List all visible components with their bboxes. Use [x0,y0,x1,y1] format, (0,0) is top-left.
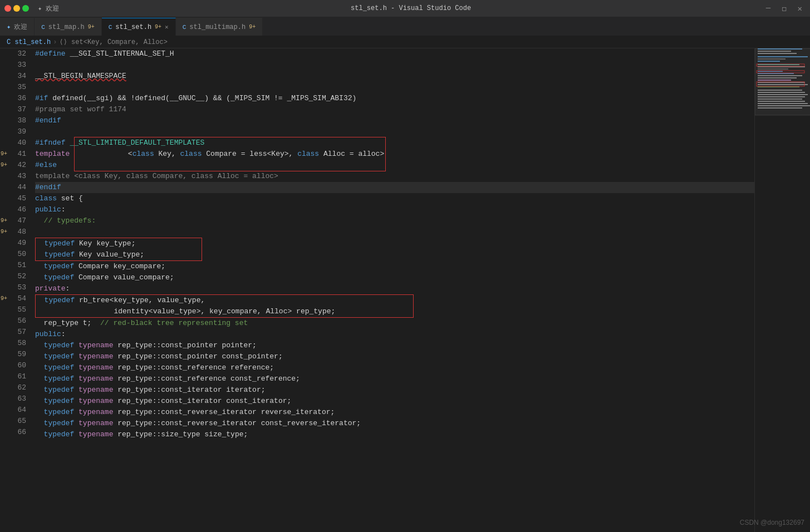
tab-stl-set-icon: C [109,24,112,31]
line-numbers: 32 33 34 35 36 37 38 39 40 9+41 9+42 43 … [0,48,31,532]
gutter-53: 53 [4,282,26,293]
gutter-56: 56 [4,316,26,327]
code-line-55: identity<value_type>, key_compare, Alloc… [36,306,413,317]
code-line-52: typedef Compare value_compare; [35,272,754,283]
gutter-66: 66 [4,427,26,438]
gutter-59: 59 [4,349,26,360]
tab-bar: ✦ 欢迎 C stl_map.h 9+ C stl_set.h 9+ ✕ C s… [0,17,810,36]
gutter-55: 55 [4,304,26,316]
breadcrumb-symbol[interactable]: ⟨⟩ set<Key, Compare, Alloc> [59,38,167,46]
editor[interactable]: 32 33 34 35 36 37 38 39 40 9+41 9+42 43 … [0,48,810,532]
code-line-43: template <class Key, class Compare, clas… [35,171,754,182]
code-line-49: typedef Key key_type; [36,238,202,249]
code-line-46: public : [35,204,754,215]
code-line-37: #pragma set woff 1174 [35,104,754,115]
window-title: stl_set.h - Visual Studio Code [63,4,758,12]
breadcrumb: C stl_set.h › ⟨⟩ set<Key, Compare, Alloc… [0,36,810,48]
gutter-45: 45 [4,193,26,204]
gutter-64: 64 [4,405,26,416]
tab-welcome[interactable]: ✦ 欢迎 [0,18,35,36]
gutter-40: 40 [4,137,26,149]
gutter-43: 43 [4,171,26,182]
gutter-38: 38 [4,115,26,126]
typedef-box: typedef Key key_type; typedef Key value_… [35,238,202,261]
close-btn[interactable]: ✕ [794,4,806,13]
gutter-34: 34 [4,71,26,82]
template-highlight-box: <class Key, class Compare = less<Key>, c… [74,137,386,171]
gutter-47: 9+47 [4,215,26,226]
close-window-button[interactable] [4,5,11,12]
breadcrumb-file[interactable]: C stl_set.h [7,38,51,46]
minimap-svg [755,48,810,532]
gutter-46: 46 [4,204,26,215]
gutter-50: 50 [4,249,26,260]
tab-stl-map-badge: 9+ [88,24,95,30]
gutter-52: 52 [4,271,26,282]
typedef-rb-tree-box: typedef rb_tree<key_type, value_type, id… [35,294,414,318]
tab-stl-multimap-icon: C [183,24,186,31]
tab-stl-map[interactable]: C stl_map.h 9+ [35,18,101,36]
tab-stl-multimap-label: stl_multimap.h [189,23,246,31]
code-line-45: class set { [35,193,754,204]
gutter-32: 32 [4,48,26,60]
gutter-62: 62 [4,382,26,393]
gutter-33: 33 [4,60,26,71]
minimap-content [755,48,810,532]
gutter-63: 63 [4,393,26,405]
code-line-54: typedef rb_tree<key_type, value_type, [36,295,413,306]
main-layout: 32 33 34 35 36 37 38 39 40 9+41 9+42 43 … [0,48,810,532]
code-line-58: typedef typename rep_type::const_pointer… [35,340,754,351]
tab-stl-set-close[interactable]: ✕ [165,23,169,31]
code-line-64: typedef typename rep_type::const_reverse… [35,407,754,418]
gutter-42: 9+42 [4,160,26,171]
tab-stl-set[interactable]: C stl_set.h 9+ ✕ [102,18,176,36]
gutter-44: 44 [4,182,26,193]
breadcrumb-sep1: › [53,38,57,46]
minimize-btn[interactable]: ─ [763,4,774,13]
code-line-34: __STL_BEGIN_NAMESPACE [35,71,754,82]
code-line-66: typedef typename rep_type::size_type siz… [35,429,754,440]
gutter-35: 35 [4,82,26,93]
gutter-41: 9+41 [4,149,26,160]
tab-stl-multimap-badge: 9+ [249,24,256,30]
title-bar-controls[interactable]: ─ ◻ ✕ [763,4,806,13]
code-line-48 [35,226,754,238]
gutter-36: 36 [4,93,26,104]
gutter-37: 37 [4,104,26,115]
maximize-window-button[interactable] [22,5,29,12]
code-area[interactable]: #define __SGI_STL_INTERNAL_SET_H __STL_B… [31,48,754,532]
code-line-47: // typedefs: [35,215,754,226]
gutter-65: 65 [4,416,26,427]
code-line-51: typedef Compare key_compare; [35,261,754,272]
tab-welcome-label: 欢迎 [14,22,27,32]
code-line-59: typedef typename rep_type::const_pointer… [35,351,754,362]
code-line-33 [35,60,754,71]
code-line-60: typedef typename rep_type::const_referen… [35,362,754,373]
code-line-65: typedef typename rep_type::const_reverse… [35,418,754,429]
code-line-41: template <class Key, class Compare = les… [35,149,754,160]
tab-stl-multimap[interactable]: C stl_multimap.h 9+ [176,18,263,36]
gutter-48: 9+48 [4,226,26,238]
tab-stl-set-label: stl_set.h [115,23,151,31]
code-line-61: typedef typename rep_type::const_referen… [35,373,754,385]
minimize-window-button[interactable] [13,5,20,12]
tab-stl-map-icon: C [41,24,45,31]
window-controls[interactable] [4,5,29,12]
watermark: CSDN @dong132697 [740,519,804,526]
editor-content: 32 33 34 35 36 37 38 39 40 9+41 9+42 43 … [0,48,810,532]
title-bar-menu[interactable]: ✦ 欢迎 [38,4,59,13]
tab-welcome-icon: ✦ [7,23,11,31]
gutter-49: 49 [4,238,26,249]
minimap[interactable] [754,48,810,532]
title-bar: ✦ 欢迎 stl_set.h - Visual Studio Code ─ ◻ … [0,0,810,17]
gutter-51: 51 [4,260,26,271]
maximize-btn[interactable]: ◻ [778,4,789,13]
code-line-56: rep_type t; // red-black tree representi… [35,318,754,329]
code-line-63: typedef typename rep_type::const_iterato… [35,396,754,407]
gutter-58: 58 [4,338,26,349]
code-line-35 [35,82,754,93]
gutter-54: 9+54 [4,293,26,304]
code-line-38: #endif [35,115,754,126]
gutter-39: 39 [4,126,26,137]
gutter-60: 60 [4,360,26,371]
